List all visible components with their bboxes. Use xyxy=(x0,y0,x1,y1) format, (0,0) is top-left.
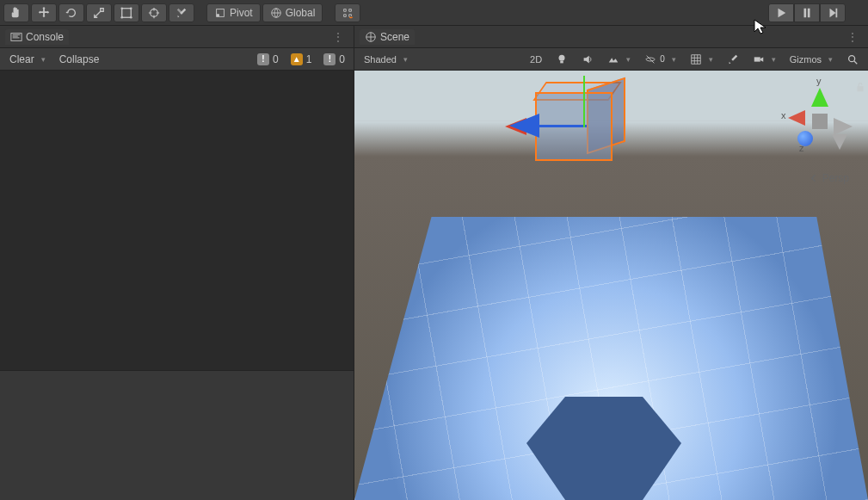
scene-icon xyxy=(365,31,377,43)
axis-y-label: y xyxy=(816,76,822,86)
scene-tab-bar: Scene ⋮ xyxy=(354,26,868,48)
projection-toggle[interactable]: Persp xyxy=(809,172,849,184)
info-count: 0 xyxy=(273,53,279,65)
gizmo-neg-x-cone[interactable] xyxy=(834,118,853,135)
svg-point-4 xyxy=(130,15,132,18)
global-label: Global xyxy=(286,7,316,19)
move-tool-button[interactable] xyxy=(31,3,57,22)
svg-point-1 xyxy=(120,7,123,9)
gizmos-dropdown[interactable]: Gizmos xyxy=(784,52,839,67)
scene-tab-label: Scene xyxy=(380,31,409,43)
hand-tool-button[interactable] xyxy=(3,3,29,22)
axis-x-label: x xyxy=(781,110,786,120)
camera-icon xyxy=(753,53,765,65)
error-icon: ! xyxy=(323,53,336,65)
gizmo-neg-y-cone[interactable] xyxy=(832,134,847,150)
console-toolbar: Clear Collapse ! 0 ▲ 1 ! 0 xyxy=(0,48,354,71)
info-count-toggle[interactable]: ! 0 xyxy=(252,52,284,67)
snap-toggle-button[interactable] xyxy=(335,3,360,22)
custom-tools-button[interactable] xyxy=(169,3,194,22)
clear-button[interactable]: Clear xyxy=(3,51,52,68)
search-button[interactable] xyxy=(840,51,865,68)
scene-toolbar: Shaded 2D 0 xyxy=(354,48,868,71)
svg-rect-13 xyxy=(754,57,760,61)
2d-label: 2D xyxy=(530,54,542,65)
svg-point-3 xyxy=(120,15,123,18)
play-button[interactable] xyxy=(768,3,794,22)
search-icon xyxy=(846,53,859,65)
gizmo-z-line[interactable] xyxy=(539,125,587,127)
effects-dropdown[interactable] xyxy=(601,51,637,68)
gizmo-z-sphere[interactable] xyxy=(797,131,813,146)
global-toggle-button[interactable]: Global xyxy=(262,3,323,22)
clear-label: Clear xyxy=(9,53,34,65)
pause-button[interactable] xyxy=(794,3,820,22)
play-controls xyxy=(768,3,846,22)
projection-label: Persp xyxy=(822,172,849,184)
tools-button[interactable] xyxy=(721,51,745,68)
eye-off-icon xyxy=(644,53,656,65)
svg-rect-12 xyxy=(560,60,563,63)
grid-icon xyxy=(690,53,702,65)
scale-tool-button[interactable] xyxy=(86,3,112,22)
rotate-tool-button[interactable] xyxy=(58,3,84,22)
console-detail-area[interactable] xyxy=(0,371,354,500)
warning-count-toggle[interactable]: ▲ 1 xyxy=(286,52,317,67)
svg-point-7 xyxy=(217,13,220,16)
main-toolbar: Pivot Global xyxy=(0,0,868,26)
tools-icon xyxy=(727,53,739,65)
error-count: 0 xyxy=(339,53,345,65)
gizmo-x-cone[interactable] xyxy=(788,110,805,126)
scene-panel: Scene ⋮ Shaded 2D 0 xyxy=(354,26,868,500)
scene-viewport[interactable]: y x z Persp xyxy=(354,71,868,500)
scene-tab[interactable]: Scene xyxy=(360,29,415,45)
2d-toggle-button[interactable]: 2D xyxy=(524,52,548,67)
info-icon: ! xyxy=(257,53,269,65)
rect-tool-button[interactable] xyxy=(114,3,139,22)
console-menu-button[interactable]: ⋮ xyxy=(328,31,348,43)
gizmo-z-arrow[interactable] xyxy=(509,114,539,138)
collapse-button[interactable]: Collapse xyxy=(53,51,106,68)
gizmo-y-cone[interactable] xyxy=(811,88,828,107)
console-panel: Console ⋮ Clear Collapse ! 0 ▲ 1 ! 0 xyxy=(0,26,354,500)
camera-dropdown[interactable] xyxy=(747,51,782,68)
warning-icon: ▲ xyxy=(291,53,303,65)
svg-rect-15 xyxy=(858,86,864,91)
svg-point-2 xyxy=(130,7,132,9)
lock-icon[interactable] xyxy=(854,81,866,93)
chevron-left-icon xyxy=(809,173,819,183)
collapse-label: Collapse xyxy=(59,53,100,65)
lightbulb-icon xyxy=(556,53,568,65)
effects-icon xyxy=(607,53,619,65)
scene-menu-button[interactable]: ⋮ xyxy=(842,31,863,43)
pivot-toggle-button[interactable]: Pivot xyxy=(206,3,261,22)
error-count-toggle[interactable]: ! 0 xyxy=(318,52,350,67)
pivot-label: Pivot xyxy=(230,7,253,19)
grid-dropdown[interactable] xyxy=(684,51,719,68)
orientation-gizmo[interactable]: y x z xyxy=(785,79,854,165)
audio-icon xyxy=(582,53,594,65)
visibility-dropdown[interactable]: 0 xyxy=(638,51,682,68)
svg-rect-0 xyxy=(122,8,132,17)
gizmos-label: Gizmos xyxy=(790,54,822,65)
console-icon xyxy=(10,31,22,43)
warning-count: 1 xyxy=(306,53,312,65)
lighting-toggle-button[interactable] xyxy=(550,51,574,68)
console-log-area[interactable] xyxy=(0,71,354,371)
console-tab-label: Console xyxy=(26,31,64,43)
gizmo-center[interactable] xyxy=(812,114,828,129)
console-tab[interactable]: Console xyxy=(5,29,69,45)
transform-tool-button[interactable] xyxy=(141,3,167,22)
svg-point-14 xyxy=(849,55,855,61)
shading-mode-label: Shaded xyxy=(364,54,397,65)
shading-mode-dropdown[interactable]: Shaded xyxy=(358,52,461,67)
step-button[interactable] xyxy=(820,3,846,22)
gizmo-y-line[interactable] xyxy=(583,76,585,127)
console-tab-bar: Console ⋮ xyxy=(0,26,354,48)
audio-toggle-button[interactable] xyxy=(576,51,600,68)
svg-point-11 xyxy=(559,54,565,60)
